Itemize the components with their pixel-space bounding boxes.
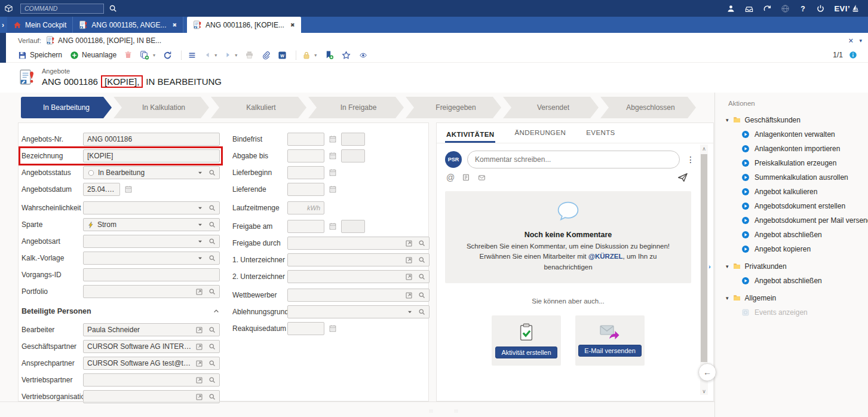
help-icon[interactable]: ? [799,4,807,13]
search-gray-icon[interactable] [418,273,425,280]
toolbar-printer-button[interactable] [245,51,254,59]
history-caret-icon[interactable]: ▾ [859,38,862,44]
field-input[interactable] [287,166,324,179]
toolbar-star-button[interactable] [342,51,351,60]
collapse-panel-button[interactable]: ← [698,363,716,381]
action-angebotsdokument-per-mail-versenden[interactable]: Angebotsdokument per Mail versenden [715,216,868,225]
field-input[interactable] [287,183,324,196]
redo-icon[interactable] [763,4,772,13]
comment-input[interactable] [467,151,680,168]
field-input[interactable] [287,220,324,233]
open-record-icon[interactable] [405,273,413,281]
open-record-icon[interactable] [405,240,413,247]
field-input[interactable]: Paula Schneider [83,323,220,336]
tab-änderungen[interactable]: ÄNDERUNGEN [513,129,567,143]
open-record-icon[interactable] [195,360,203,367]
envelope-icon[interactable] [477,174,486,182]
field-input[interactable] [83,252,220,265]
mention-hint[interactable]: @KÜRZEL [588,253,623,260]
command-input[interactable] [20,4,104,14]
search-gray-icon[interactable] [208,376,216,384]
calendar-icon[interactable] [329,324,337,333]
activity-scrollbar[interactable]: ∧ ∨ [700,145,708,395]
toolbar-lock-button[interactable]: ▾ [302,51,317,60]
field-input[interactable] [83,268,220,281]
tab-close-icon[interactable]: ✖ [173,22,177,28]
field-input[interactable] [83,201,220,214]
search-gray-icon[interactable] [208,393,216,400]
action-group-header[interactable]: ›▾Privatkunden [715,262,868,271]
user-icon[interactable] [726,4,735,13]
field-input[interactable]: ANG 0001186 [83,133,220,146]
search-gray-icon[interactable] [418,308,425,315]
app-cube-icon[interactable] [4,4,13,13]
action-anlagenkonten-importieren[interactable]: Anlagenkonten importieren [715,144,868,153]
chevron-down-icon[interactable]: ▾ [726,263,729,269]
chevron-down-icon[interactable]: ▾ [726,295,729,301]
search-gray-icon[interactable] [418,256,425,263]
field-input[interactable] [287,253,430,266]
inbox-icon[interactable] [744,4,754,13]
workflow-step-in-kalkulation[interactable]: In Kalkulation [114,97,209,118]
kebab-menu-icon[interactable]: ⋮ [685,155,696,164]
resize-grip[interactable]: …… [427,408,436,412]
scroll-down-icon[interactable]: ∨ [700,387,708,395]
search-gray-icon[interactable] [208,169,216,176]
action-summenkalkulation-ausrollen[interactable]: Summenkalkulation ausrollen [715,173,868,182]
time-input[interactable] [341,220,365,233]
history-close-icon[interactable]: × [848,36,853,45]
aktivit-t-erstellen-button[interactable]: Aktivität erstellen [495,347,557,358]
field-input[interactable] [83,285,220,298]
tab-events[interactable]: EVENTS [585,129,616,143]
tab-close-icon[interactable]: ✖ [290,22,295,28]
power-icon[interactable] [816,4,825,13]
chevron-down-icon[interactable]: ▾ [314,53,317,58]
caret-down-icon[interactable] [197,170,203,176]
caret-down-icon[interactable] [197,238,203,244]
action-angebot-abschlie-en[interactable]: Angebot abschließen [715,276,868,285]
field-input[interactable]: CURSOR Software AG test@test.de CURS ... [83,357,220,370]
search-gray-icon[interactable] [208,360,216,367]
section-header-beteiligte-personen[interactable]: Beteiligte Personen [22,304,220,318]
toolbar-trash-button[interactable] [124,51,132,59]
toolbar-refresh-button[interactable] [163,51,172,60]
field-input[interactable] [83,235,220,248]
toolbar-copy-add-button[interactable]: ▾ [140,50,155,60]
toolbar-eye-button[interactable] [358,51,368,59]
toolbar-nav-back-button[interactable]: ▾ [204,51,217,59]
calendar-icon[interactable] [329,168,337,177]
send-icon[interactable] [677,172,691,183]
calendar-icon[interactable] [329,185,337,194]
caret-down-icon[interactable] [197,205,203,211]
open-record-icon[interactable] [195,288,203,296]
field-input[interactable] [287,237,430,250]
tab-ang-0001185-ange-[interactable]: ANG 0001185, ANGE...✖ [73,17,183,33]
chevron-down-icon[interactable]: ▾ [214,53,217,58]
action-group-header[interactable]: ▾Geschäftskunden [715,115,868,124]
action-angebot-abschlie-en[interactable]: Angebot abschließen [715,230,868,239]
toolbar-word-button[interactable]: w [278,51,287,60]
chevron-down-icon[interactable]: ▾ [153,53,155,58]
toolbar-menu-button[interactable] [188,51,197,59]
calendar-icon[interactable] [329,152,337,160]
action-angebot-kopieren[interactable]: Angebot kopieren [715,244,868,253]
workflow-step-in-freigabe[interactable]: In Freigabe [308,97,404,118]
field-input[interactable] [287,149,324,162]
open-record-icon[interactable] [195,326,203,334]
toolbar-paperclip-button[interactable] [262,51,270,60]
chevron-right-icon[interactable]: › [708,263,711,270]
search-icon[interactable] [109,4,117,13]
search-gray-icon[interactable] [418,292,425,299]
chevron-down-icon[interactable]: ▾ [235,53,237,58]
workflow-step-abgeschlossen[interactable]: Abgeschlossen [600,97,696,118]
toolbar-save-button[interactable]: Speichern [18,51,62,60]
field-input[interactable] [287,305,430,318]
field-input[interactable] [287,133,324,146]
open-record-icon[interactable] [195,393,203,401]
caret-down-icon[interactable] [407,309,413,315]
mention-icon[interactable]: @ [446,173,455,182]
search-gray-icon[interactable] [418,240,425,247]
open-record-icon[interactable] [195,376,203,384]
action-anlagenkonten-verwalten[interactable]: Anlagenkonten verwalten [715,130,868,139]
history-entry[interactable]: ANG 0001186, [KOPIE], IN BE... [46,36,161,45]
